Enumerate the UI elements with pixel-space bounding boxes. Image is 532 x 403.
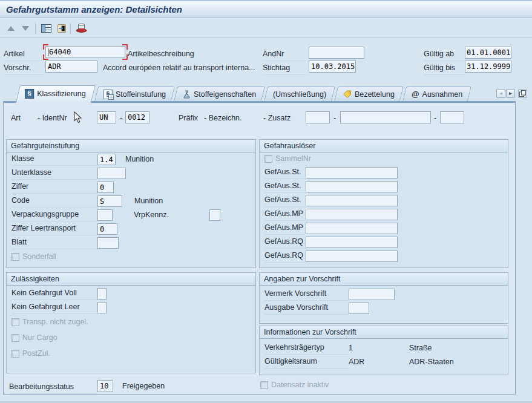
classification-panel: Art - IdentNr UN - 0012 Präfix - Bezeich… (3, 101, 516, 395)
field-row: Ziffer Leertransport 0 (7, 223, 255, 236)
checkbox-icon (260, 381, 268, 389)
tab-scroll-left-button[interactable]: ◄ (496, 89, 505, 98)
tab-scroll-right-button[interactable]: ► (506, 89, 515, 98)
tab-umschliessung[interactable]: (Umschließung) (264, 87, 335, 101)
stichtag-label: Stichtag (263, 63, 309, 75)
gefaus-st-field-1[interactable] (306, 167, 398, 179)
code-field[interactable]: S (97, 195, 122, 207)
group-gefahrausloeser: Gefahrauslöser SammelNr GefAus.St. GefAu… (259, 139, 508, 268)
field-row: Ziffer 0 (7, 181, 255, 194)
vermerk-vorschrift-field[interactable] (349, 289, 395, 300)
nur-cargo-checkbox: Nur Cargo (11, 333, 57, 342)
detail-views-button[interactable] (39, 21, 53, 35)
tab-strip: § Klassifizierung § Stoffeinstufung Stof… (18, 86, 473, 101)
field-row: Gültigkeitsraum ADR ADR-Staaten (260, 356, 508, 369)
vorschr-field[interactable]: ADR (45, 61, 97, 73)
tab-klassifizierung[interactable]: § Klassifizierung (16, 85, 96, 103)
kein-gefahrgut-voll-field[interactable] (97, 288, 107, 300)
flask-icon (183, 90, 191, 99)
zusatz-field-1[interactable] (306, 111, 330, 123)
field-row: GefAus.St. (260, 166, 508, 180)
gueltig-ab-field[interactable]: 01.01.0001 (465, 47, 511, 59)
artikelbeschreibung-label: Artikelbeschreibung (128, 49, 194, 61)
ziffer-field[interactable]: 0 (97, 182, 114, 193)
group-angaben-vorschrift: Angaben zur Vorschrift Vermerk Vorschrif… (259, 272, 508, 324)
unterklasse-field[interactable] (97, 168, 126, 179)
bearbeitungsstatus-field[interactable]: 10 (97, 380, 113, 392)
gefaus-st-field-3[interactable] (306, 195, 398, 206)
exit-view-button[interactable] (54, 21, 69, 35)
field-row: Verkehrsträgertyp 1 Straße (260, 342, 508, 355)
gefaus-mp-field-2[interactable] (306, 223, 398, 234)
stichtag-field[interactable]: 10.03.2015 (309, 61, 356, 73)
kein-gefahrgut-leer-field[interactable] (97, 302, 107, 313)
transp-nicht-zugel-checkbox: Transp. nicht zugel. (11, 318, 88, 326)
vorschr-description: Accord européen relatif au transport int… (103, 63, 255, 74)
dash-separator: - (120, 114, 122, 124)
tag-icon (343, 90, 352, 98)
field-row: Ausgabe Vorschrift (260, 302, 508, 315)
aendnr-field[interactable] (309, 47, 364, 59)
ausgabe-vorschrift-field[interactable] (349, 303, 369, 314)
code-text: Munition (134, 197, 163, 205)
field-row: GefAus.St. (260, 194, 508, 208)
dash-separator: - (434, 114, 436, 124)
aendnr-label: ÄndNr (263, 49, 309, 61)
bearbeitungsstatus-text: Freigegeben (122, 382, 165, 392)
gefaus-rq-field-1[interactable] (306, 237, 398, 248)
identnr-field[interactable]: 0012 (125, 111, 149, 123)
checkbox-icon (11, 334, 19, 342)
gefaus-mp-field-1[interactable] (306, 209, 398, 220)
zusatz-field-3[interactable] (440, 111, 464, 123)
vrpkennz-field[interactable] (209, 209, 220, 221)
tab-bezettelung[interactable]: Bezettelung (334, 87, 404, 101)
page-title: Gefahrgutstamm anzeigen: Detailsichten (6, 4, 182, 15)
field-row: Klasse 1.4 Munition (7, 153, 255, 166)
field-row: GefAus.MP (260, 222, 508, 235)
klasse-text: Munition (125, 155, 154, 163)
zusatz-label: - Zusatz (263, 114, 291, 124)
sammelnr-checkbox: SammelNr (264, 154, 311, 163)
group-gefahrguteinstufung: Gefahrguteinstufung Klasse 1.4 Munition … (6, 139, 256, 268)
checkbox-icon (11, 318, 19, 326)
toolbar-separator (70, 23, 71, 33)
scroll-down-button[interactable] (18, 21, 33, 35)
vrpkennz-label: VrpKennz. (134, 211, 169, 219)
gefaus-rq-field-2[interactable] (306, 251, 398, 262)
group-zulaessigkeiten: Zulässigkeiten Kein Gefahrgut Voll Kein … (6, 272, 256, 373)
sonderfall-checkbox: Sonderfall (11, 252, 56, 261)
tab-overview-button[interactable] (518, 89, 527, 98)
tab-ausnahmen[interactable]: @ Ausnahmen (402, 87, 471, 101)
field-row: Blatt (7, 237, 255, 250)
ziffer-leertransport-field[interactable]: 0 (97, 223, 117, 235)
exit-door-icon (57, 24, 67, 33)
verkehrstraegertyp-value: 1 (349, 344, 353, 352)
vorschr-label: Vorschr. (4, 63, 45, 75)
header-hat-icon (76, 24, 87, 33)
tab-stoffeigenschaften[interactable]: Stoffeigenschaften (174, 87, 265, 101)
scroll-up-button[interactable] (4, 21, 18, 35)
group-title: Informationen zur Vorschrift (260, 326, 508, 339)
gueltig-bis-field[interactable]: 31.12.9999 (465, 61, 511, 73)
verpackungsgruppe-field[interactable] (97, 209, 113, 221)
gefaus-st-field-2[interactable] (306, 181, 398, 192)
text-caret (48, 48, 48, 56)
bezeichn-label: - Bezeichn. (204, 114, 242, 124)
tab-stoffeinstufung[interactable]: § Stoffeinstufung (94, 87, 175, 101)
group-title: Angaben zur Vorschrift (260, 273, 508, 286)
application-toolbar (0, 19, 532, 38)
chevron-right-icon: ► (508, 91, 513, 96)
klasse-field[interactable]: 1.4 (97, 154, 116, 165)
field-row: GefAus.RQ (260, 250, 508, 263)
group-title: Zulässigkeiten (7, 273, 255, 286)
zusatz-field-2[interactable] (340, 111, 431, 123)
header-data-button[interactable] (74, 21, 88, 35)
field-row: GefAus.MP (260, 208, 508, 221)
gueltigkeitsraum-text: ADR-Staaten (409, 358, 454, 366)
group-informationen-vorschrift: Informationen zur Vorschrift Verkehrsträ… (259, 326, 508, 375)
artikel-field[interactable]: 64040 (45, 46, 125, 58)
art-field[interactable]: UN (97, 111, 116, 123)
field-row: GefAus.St. (260, 180, 508, 194)
gueltigkeitsraum-value: ADR (349, 358, 364, 366)
blatt-field[interactable] (97, 237, 119, 249)
